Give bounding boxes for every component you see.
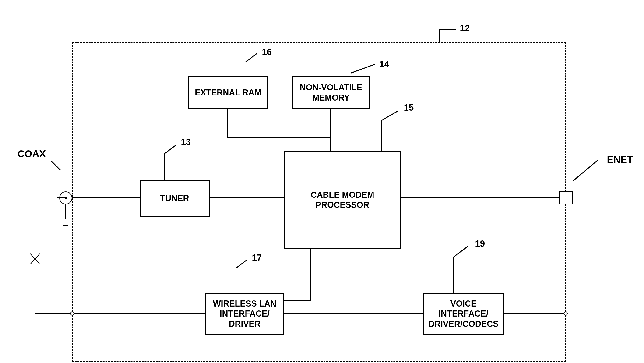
wlan-text: WIRELESS LAN INTERFACE/ DRIVER [208,298,281,329]
antenna-stem [34,273,35,314]
voice-text: VOICE INTERFACE/ DRIVER/CODECS [426,298,500,329]
leader-15-v [381,120,382,151]
coax-ground-3 [64,225,68,226]
nvm-text: NON-VOLATILE MEMORY [296,82,366,102]
ref-12: 12 [460,23,470,34]
enet-label: ENET [607,154,633,165]
ref-19: 19 [475,239,485,249]
leader-13-v [164,153,165,180]
node-left-bottom [70,312,74,316]
ram-block: EXTERNAL RAM [188,76,268,109]
wire-proc-wlan-h [284,300,312,301]
nvm-block: NON-VOLATILE MEMORY [292,76,370,109]
coax-pin [58,198,65,198]
ref-15: 15 [404,103,414,113]
wire-antenna-wlan [35,313,205,314]
processor-block: CABLE MODEM PROCESSOR [284,151,401,248]
wire-proc-wlan-v [310,248,312,301]
diagram-canvas: 12 COAX ENET TUNER 13 EXTERNAL RAM 16 NO… [0,0,644,363]
tuner-text: TUNER [160,193,189,203]
tuner-block: TUNER [140,180,210,217]
wire-wlan-voice [284,313,423,314]
wire-voice-right [504,313,565,314]
ref-13: 13 [181,137,191,147]
wire-ram-down [227,109,228,137]
enet-port [559,192,573,204]
wire-tuner-processor [210,198,284,198]
coax-ground-2 [62,222,69,222]
leader-12-h [439,29,456,30]
wire-coax-tuner [72,198,140,198]
leader-12-v [439,29,440,42]
wire-ram-right [227,137,331,138]
wlan-block: WIRELESS LAN INTERFACE/ DRIVER [205,293,284,334]
ref-16: 16 [262,47,272,57]
coax-label: COAX [18,148,46,160]
wire-nvm-down [330,109,331,151]
leader-enet [573,160,598,181]
coax-ground-1 [60,218,71,219]
ref-14: 14 [379,59,389,69]
leader-19-v [453,257,454,293]
coax-ground-stem [65,204,66,218]
voice-block: VOICE INTERFACE/ DRIVER/CODECS [423,293,504,334]
leader-16-v [246,62,246,76]
leader-17-v [236,268,236,293]
ref-17: 17 [252,253,262,263]
coax-connector-center [65,197,67,199]
leader-coax [51,161,61,170]
processor-text: CABLE MODEM PROCESSOR [287,190,398,210]
wire-processor-enet [401,198,562,198]
node-right-bottom [564,312,568,316]
ram-text: EXTERNAL RAM [195,88,262,98]
